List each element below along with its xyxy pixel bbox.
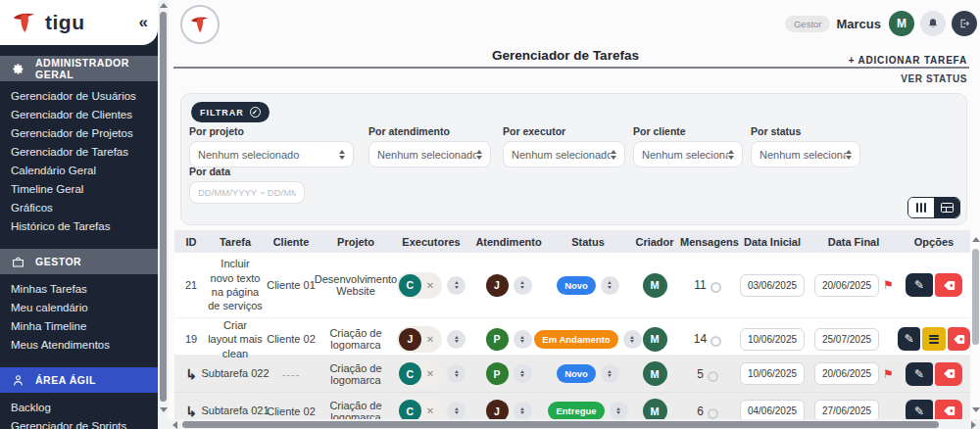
edit-button[interactable]: ✎ bbox=[906, 273, 933, 297]
remove-executor-icon[interactable]: ✕ bbox=[426, 368, 434, 379]
delete-button[interactable] bbox=[935, 273, 962, 297]
date-end-input[interactable]: 20/06/2025 bbox=[814, 362, 879, 385]
scroll-up-arrow[interactable] bbox=[972, 237, 980, 242]
scroll-down-arrow[interactable] bbox=[160, 407, 168, 412]
sidebar-item-gerenciador-sprints[interactable]: Gerenciador de Sprints bbox=[11, 417, 158, 429]
messages-cell[interactable]: 11 bbox=[680, 277, 735, 293]
status-badge[interactable]: Novo bbox=[557, 276, 596, 295]
status-select[interactable]: Nenhum selecionado bbox=[751, 141, 860, 167]
status-badge[interactable]: Novo bbox=[557, 364, 596, 383]
executor-select[interactable]: Nenhum selecionado bbox=[503, 141, 625, 167]
col-opcoes: Opções bbox=[898, 236, 970, 248]
remove-executor-icon[interactable]: ✕ bbox=[426, 280, 434, 291]
table-view-button[interactable] bbox=[934, 198, 959, 217]
date-range-input[interactable] bbox=[189, 181, 305, 204]
notifications-button[interactable] bbox=[920, 11, 946, 36]
date-start-input[interactable]: 10/06/2025 bbox=[740, 362, 805, 385]
sidebar-item-gerenciador-tarefas[interactable]: Gerenciador de Tarefas bbox=[11, 143, 158, 162]
status-stepper[interactable] bbox=[610, 402, 628, 420]
status-stepper[interactable] bbox=[601, 364, 619, 383]
delete-button[interactable] bbox=[948, 327, 970, 351]
filter-por-status: Por status Nenhum selecionado bbox=[751, 125, 860, 167]
executor-stepper[interactable] bbox=[447, 330, 466, 349]
filter-label: Por cliente bbox=[633, 125, 743, 137]
table-vertical-scrollbar-thumb[interactable] bbox=[972, 249, 979, 345]
projeto-select[interactable]: Nenhum selecionado bbox=[189, 141, 354, 167]
add-task-button[interactable]: + ADICIONAR TAREFA bbox=[849, 55, 967, 66]
sidebar-gestor-items: Minhas Tarefas Meu calendário Minha Time… bbox=[0, 274, 158, 357]
col-atendimento: Atendimento bbox=[470, 236, 547, 248]
sidebar-section-area-agil[interactable]: ÁREA ÁGIL bbox=[0, 367, 158, 393]
scroll-up-arrow[interactable] bbox=[160, 3, 168, 8]
logout-button[interactable] bbox=[952, 11, 977, 36]
atendimento-avatar: J bbox=[486, 274, 509, 297]
date-end-input[interactable]: 25/07/2025 bbox=[814, 328, 879, 351]
status-stepper[interactable] bbox=[601, 276, 619, 295]
edit-button[interactable]: ✎ bbox=[906, 362, 933, 386]
horizontal-scrollbar-thumb[interactable] bbox=[182, 421, 939, 428]
sidebar-item-minha-timeline[interactable]: Minha Timeline bbox=[11, 317, 158, 336]
filter-button[interactable]: FILTRAR ✓ bbox=[191, 102, 270, 122]
page-vertical-scrollbar-thumb[interactable] bbox=[160, 12, 167, 402]
atendimento-stepper[interactable] bbox=[514, 364, 532, 383]
sidebar-section-administrador-geral[interactable]: ADMINISTRADOR GERAL bbox=[0, 56, 158, 81]
executor-stepper[interactable] bbox=[447, 276, 466, 295]
sidebar-item-gerenciador-projetos[interactable]: Gerenciador de Projetos bbox=[11, 124, 158, 143]
atendimento-stepper[interactable] bbox=[514, 276, 532, 295]
status-badge[interactable]: Entregue bbox=[548, 402, 604, 420]
atendimento-select[interactable]: Nenhum selecionado bbox=[368, 141, 491, 167]
scroll-right-arrow[interactable] bbox=[971, 421, 976, 429]
pencil-icon: ✎ bbox=[914, 405, 924, 418]
edit-button[interactable]: ✎ bbox=[898, 327, 920, 351]
date-start-cell: 10/06/2025 bbox=[735, 328, 809, 351]
sidebar-agil-items: Backlog Gerenciador de Sprints bbox=[0, 393, 158, 429]
sidebar-item-calendario-geral[interactable]: Calendário Geral bbox=[11, 162, 158, 180]
subtasks-button[interactable] bbox=[922, 327, 945, 351]
date-end-input[interactable]: 20/06/2025 bbox=[814, 274, 879, 297]
atendimento-stepper[interactable] bbox=[514, 330, 532, 349]
executors-cell: J ✕ bbox=[392, 326, 470, 353]
sidebar-item-backlog[interactable]: Backlog bbox=[11, 399, 158, 417]
ver-status-button[interactable]: VER STATUS bbox=[901, 73, 967, 84]
horizontal-scrollbar[interactable] bbox=[169, 419, 980, 429]
executor-stepper[interactable] bbox=[447, 364, 466, 383]
sidebar-logo-area: tigu « bbox=[0, 0, 158, 45]
scroll-left-arrow[interactable] bbox=[172, 421, 177, 429]
tigu-logo-icon bbox=[188, 13, 212, 36]
table-vertical-scrollbar[interactable] bbox=[971, 233, 980, 421]
sidebar-item-graficos[interactable]: Gráficos bbox=[11, 199, 158, 217]
chevron-up-down-icon bbox=[611, 150, 616, 160]
remove-executor-icon[interactable]: ✕ bbox=[426, 334, 434, 345]
sidebar-collapse-icon[interactable]: « bbox=[139, 13, 148, 32]
sidebar-item-timeline-geral[interactable]: Timeline Geral bbox=[11, 180, 158, 199]
date-start-input[interactable]: 03/06/2025 bbox=[740, 274, 805, 297]
sidebar-item-historico-tarefas[interactable]: Histórico de Tarefas bbox=[11, 217, 158, 236]
sidebar-item-gerenciador-usuarios[interactable]: Gerenciador de Usuários bbox=[11, 87, 158, 106]
date-start-input[interactable]: 10/06/2025 bbox=[740, 328, 805, 351]
scroll-down-arrow[interactable] bbox=[972, 407, 980, 412]
briefcase-icon bbox=[12, 256, 24, 268]
sidebar-item-meu-calendario[interactable]: Meu calendário bbox=[11, 299, 158, 317]
messages-cell[interactable]: 5 bbox=[680, 366, 735, 382]
cliente-select[interactable]: Nenhum selecionado bbox=[633, 141, 743, 167]
user-avatar[interactable]: M bbox=[889, 11, 914, 36]
options-cell: ✎ bbox=[898, 327, 970, 351]
date-end-cell: 20/06/2025 ⚑ bbox=[809, 362, 898, 385]
status-badge[interactable]: Em Andamento bbox=[534, 330, 617, 349]
page-vertical-scrollbar[interactable] bbox=[158, 0, 169, 429]
messages-cell[interactable]: 14 bbox=[680, 331, 735, 347]
sidebar-item-gerenciador-clientes[interactable]: Gerenciador de Clientes bbox=[11, 106, 158, 124]
executor-avatar: J bbox=[399, 328, 421, 351]
delete-button[interactable] bbox=[935, 362, 962, 386]
sidebar-item-meus-atendimentos[interactable]: Meus Atendimentos bbox=[11, 336, 158, 355]
executor-stepper[interactable] bbox=[447, 402, 466, 420]
messages-cell[interactable]: 6 bbox=[680, 404, 735, 419]
remove-executor-icon[interactable]: ✕ bbox=[426, 405, 434, 416]
atendimento-stepper[interactable] bbox=[514, 402, 532, 420]
col-id: ID bbox=[174, 236, 208, 248]
sidebar-item-minhas-tarefas[interactable]: Minhas Tarefas bbox=[11, 280, 158, 299]
sidebar: tigu « ADMINISTRADOR GERAL Gerenciador d… bbox=[0, 0, 158, 429]
sidebar-section-gestor[interactable]: GESTOR bbox=[0, 249, 158, 274]
columns-view-button[interactable] bbox=[908, 198, 934, 217]
filter-por-atendimento: Por atendimento Nenhum selecionado bbox=[368, 125, 491, 167]
